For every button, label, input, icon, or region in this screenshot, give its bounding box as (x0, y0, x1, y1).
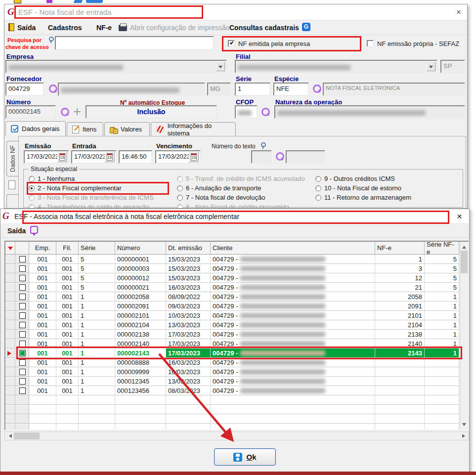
emissao-calendar-icon[interactable]: 15 (57, 152, 67, 162)
cell-serie[interactable]: 1 (79, 367, 115, 377)
radio-circle-icon[interactable] (315, 195, 321, 201)
grid-row[interactable]: 001001100000209109/03/2023004729 -20911 (5, 302, 468, 311)
row-checkbox[interactable] (19, 350, 26, 356)
cell-serie[interactable]: 1 (79, 386, 115, 395)
cell-serie_nfe[interactable]: 5 (425, 255, 459, 264)
row-checkbox-cell[interactable] (15, 320, 29, 330)
cell-cliente[interactable]: 004729 - (211, 302, 375, 311)
cell-numero[interactable]: 000000012 (115, 273, 166, 283)
cell-fil[interactable]: 001 (56, 302, 79, 311)
tab-dados-gerais[interactable]: Dados gerais (5, 121, 66, 136)
cell-emp[interactable]: 001 (29, 273, 56, 283)
cell-nfe[interactable]: 2058 (375, 292, 425, 302)
row-checkbox[interactable] (19, 359, 26, 366)
fornecedor-code-input[interactable]: 004729 (5, 83, 44, 96)
cell-dt[interactable]: 16/03/2023 (166, 283, 211, 292)
row-checkbox-cell[interactable] (15, 330, 29, 339)
scroll-left-icon[interactable] (5, 432, 13, 440)
row-checkbox[interactable] (19, 322, 26, 328)
cell-numero[interactable]: 000008888 (115, 358, 166, 367)
nf-emitida-checkbox[interactable] (228, 40, 235, 47)
cell-emp[interactable]: 001 (29, 377, 56, 386)
cell-dt[interactable]: 13/03/2023 (166, 320, 211, 330)
empresa-dropdown[interactable] (5, 60, 227, 73)
window1-titlebar[interactable]: G ESF - Nota fiscal de entrada × (4, 4, 467, 20)
ok-button[interactable]: Ok (214, 448, 276, 466)
grid-header-emp-[interactable]: Emp. (29, 242, 56, 255)
cell-emp[interactable]: 001 (29, 311, 56, 320)
cell-numero[interactable]: 000000021 (115, 283, 166, 292)
cell-emp[interactable]: 001 (29, 339, 56, 348)
cell-nfe[interactable]: 2101 (375, 311, 425, 320)
cell-cliente[interactable]: 004729 - (211, 255, 375, 264)
cell-emp[interactable]: 001 (29, 264, 56, 273)
cell-fil[interactable]: 001 (56, 255, 79, 264)
plus-icon[interactable] (74, 108, 81, 115)
cell-emp[interactable]: 001 (29, 255, 56, 264)
cell-fil[interactable]: 001 (56, 330, 79, 339)
cell-dt[interactable]: 17/03/2023 (166, 330, 211, 339)
radio-circle-icon[interactable] (29, 204, 35, 209)
menu-consultas-cadastrais[interactable]: Consultas cadastrais (229, 24, 299, 32)
cell-dt[interactable]: 17/03/2023 (166, 339, 211, 348)
cell-dt[interactable]: 15/03/2023 (166, 264, 211, 273)
row-checkbox-cell[interactable] (15, 255, 29, 264)
cell-serie[interactable]: 1 (79, 302, 115, 311)
cell-cliente[interactable]: 004729 - (211, 367, 375, 377)
row-checkbox[interactable] (19, 331, 26, 338)
cell-serie[interactable]: 5 (79, 273, 115, 283)
nf-propria-checkbox[interactable] (367, 40, 374, 47)
menu-nfe[interactable]: NF-e (96, 24, 112, 32)
grid-row[interactable]: 001001100000205808/09/2022004729 -20581 (5, 292, 468, 302)
side-tab-partial[interactable] (6, 194, 18, 209)
menu-saida[interactable]: Saída (17, 24, 36, 32)
cell-serie_nfe[interactable] (425, 377, 459, 386)
grid-row[interactable]: 001001500000000115/03/2023004729 -15 (5, 255, 468, 264)
vencimento-calendar-icon[interactable]: 15 (189, 152, 199, 162)
row-checkbox-cell[interactable] (15, 367, 29, 377)
window2-close-icon[interactable]: × (457, 211, 462, 222)
window1-close-icon[interactable]: × (456, 7, 461, 17)
row-checkbox[interactable] (19, 388, 26, 394)
cell-nfe[interactable]: 21 (375, 283, 425, 292)
filial-dropdown[interactable] (235, 60, 437, 73)
cell-serie[interactable]: 1 (79, 348, 115, 358)
cell-dt[interactable]: 13/03/2023 (166, 377, 211, 386)
cell-cliente[interactable]: 004729 - (211, 386, 375, 395)
cell-serie_nfe[interactable]: 1 (425, 348, 459, 358)
cell-numero[interactable]: 000002101 (115, 311, 166, 320)
cell-fil[interactable]: 001 (56, 273, 79, 283)
cell-fil[interactable]: 001 (56, 358, 79, 367)
tab-itens[interactable]: Itens (67, 122, 103, 136)
radio-option[interactable]: 2 - Nota Fiscal complementar (29, 183, 122, 192)
cell-serie[interactable]: 5 (79, 283, 115, 292)
cell-cliente[interactable]: 004729 - (211, 264, 375, 273)
cell-serie[interactable]: 5 (79, 264, 115, 273)
cell-emp[interactable]: 001 (29, 292, 56, 302)
cell-cliente[interactable]: 004729 - (211, 292, 375, 302)
cell-numero[interactable]: 000002091 (115, 302, 166, 311)
row-checkbox[interactable] (19, 341, 26, 347)
cell-nfe[interactable]: 2091 (375, 302, 425, 311)
cell-dt[interactable]: 15/03/2023 (166, 273, 211, 283)
scroll-right-icon[interactable] (460, 432, 469, 440)
cell-dt[interactable]: 15/03/2023 (166, 255, 211, 264)
cfop-input[interactable] (235, 105, 258, 119)
cell-dt[interactable]: 17/03/2023 (166, 348, 211, 358)
especie-search-icon[interactable] (312, 84, 321, 94)
cell-cliente[interactable]: 004729 - (211, 273, 375, 283)
cell-numero[interactable]: 000123456 (115, 386, 166, 395)
serie-input[interactable]: 1 (235, 83, 270, 96)
cell-fil[interactable]: 001 (56, 320, 79, 330)
window2-titlebar[interactable]: G ESF - Associa nota fiscal eletrônica à… (0, 209, 469, 224)
menu-abrir-configuracao-impressao[interactable]: Abrir configuração de impressão (130, 24, 230, 32)
cell-serie_nfe[interactable]: 1 (425, 330, 459, 339)
tab-informacoes-sistema[interactable]: Informações do sistema (151, 122, 236, 136)
grid-hscrollbar[interactable] (4, 432, 469, 440)
dropdown-arrow-icon[interactable] (216, 62, 225, 71)
row-checkbox-cell[interactable] (15, 358, 29, 367)
cell-emp[interactable]: 001 (29, 386, 56, 395)
cell-emp[interactable]: 001 (29, 358, 56, 367)
grid-row[interactable]: 001001100000999916/03/2023004729 - (5, 367, 468, 377)
row-checkbox[interactable] (19, 275, 26, 281)
